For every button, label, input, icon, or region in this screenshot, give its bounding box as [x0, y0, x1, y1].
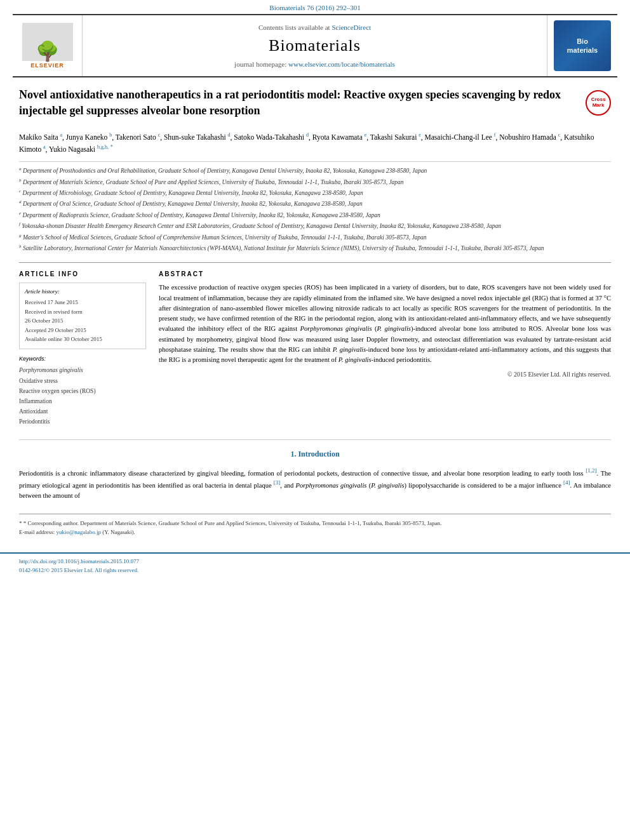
- crossmark-text: CrossMark: [591, 97, 606, 109]
- journal-reference: Biomaterials 76 (2016) 292–301: [269, 4, 360, 11]
- authors-text: Makiko Saita a, Junya Kaneko b, Takenori…: [19, 133, 594, 152]
- keyword-1: Porphyromonas gingivalis: [19, 365, 146, 375]
- keyword-4: Inflammation: [19, 396, 146, 406]
- ref-3: [3]: [274, 479, 281, 486]
- available-date: Available online 30 October 2015: [25, 335, 140, 343]
- email-link[interactable]: yukio@nagalabo.jp: [56, 529, 101, 535]
- keyword-6: Periodontitis: [19, 417, 146, 427]
- affiliation-h: h Satellite Laboratory, International Ce…: [19, 243, 611, 253]
- journal-reference-bar: Biomaterials 76 (2016) 292–301: [0, 0, 630, 14]
- footnote-text: * * Corresponding author. Department of …: [19, 519, 611, 537]
- affiliations-section: a Department of Prosthodontics and Oral …: [19, 161, 611, 253]
- abstract-text: The excessive production of reactive oxy…: [159, 283, 611, 365]
- article-history-box: Article history: Received 17 June 2015 R…: [19, 283, 146, 349]
- intro-paragraph-1: Periodontitis is a chronic inflammatory …: [19, 467, 611, 501]
- keyword-5: Antioxidant: [19, 406, 146, 417]
- article-title: Novel antioxidative nanotherapeutics in …: [19, 87, 576, 119]
- elsevier-brand-text: ELSEVIER: [30, 62, 64, 69]
- right-column: ABSTRACT The excessive production of rea…: [159, 270, 611, 427]
- affiliation-e: e Department of Radiopraxis Science, Gra…: [19, 210, 611, 220]
- footnote-section: * * Corresponding author. Department of …: [19, 514, 611, 537]
- bottom-bar-content: http://dx.doi.org/10.1016/j.biomaterials…: [19, 557, 611, 575]
- affiliation-b: b Department of Materials Science, Gradu…: [19, 177, 611, 187]
- revised-date: 26 October 2015: [25, 316, 140, 325]
- article-content: Novel antioxidative nanotherapeutics in …: [0, 77, 630, 546]
- science-direct-line: Contents lists available at ScienceDirec…: [258, 23, 371, 31]
- section-number: 1.: [290, 450, 296, 458]
- keyword-3: Reactive oxygen species (ROS): [19, 386, 146, 396]
- affiliation-d: d Department of Oral Science, Graduate S…: [19, 199, 611, 208]
- email-line: E-mail address: yukio@nagalabo.jp (Y. Na…: [19, 528, 611, 537]
- corresponding-author-text: * Corresponding author. Department of Ma…: [23, 520, 441, 526]
- introduction-text: Periodontitis is a chronic inflammatory …: [19, 467, 611, 501]
- tree-icon: 🌳: [36, 42, 59, 61]
- journal-homepage-line: journal homepage: www.elsevier.com/locat…: [234, 60, 395, 68]
- crossmark-icon: CrossMark: [586, 90, 611, 116]
- accepted-date: Accepted 29 October 2015: [25, 326, 140, 335]
- biomaterials-logo: Biomaterials: [554, 20, 611, 71]
- biomaterials-logo-box: Biomaterials: [547, 15, 617, 76]
- affiliation-a: a Department of Prosthodontics and Oral …: [19, 166, 611, 175]
- introduction-section: 1. Introduction Periodontitis is a chron…: [19, 439, 611, 501]
- email-label: E-mail address:: [19, 529, 55, 535]
- journal-title: Biomaterials: [269, 36, 361, 55]
- copyright-line: © 2015 Elsevier Ltd. All rights reserved…: [159, 371, 611, 378]
- authors-line: Makiko Saita a, Junya Kaneko b, Takenori…: [19, 131, 611, 155]
- section-title-colored: Introduction: [298, 450, 339, 458]
- affiliation-c: c Department of Microbiology, Graduate S…: [19, 188, 611, 197]
- email-name: (Y. Nagasaki).: [102, 529, 135, 535]
- elsevier-logo: 🌳 ELSEVIER: [13, 15, 83, 76]
- bottom-bar: http://dx.doi.org/10.1016/j.biomaterials…: [0, 552, 630, 578]
- received-date: Received 17 June 2015: [25, 298, 140, 307]
- crossmark-badge: CrossMark: [586, 90, 611, 116]
- keyword-2: Oxidative stress: [19, 376, 146, 386]
- homepage-url[interactable]: www.elsevier.com/locate/biomaterials: [288, 60, 395, 68]
- keywords-label: Keywords:: [19, 356, 146, 362]
- journal-header: 🌳 ELSEVIER Contents lists available at S…: [13, 14, 617, 77]
- ref-1-2: [1,2]: [586, 467, 596, 474]
- article-history-label: Article history:: [25, 288, 140, 295]
- biomaterials-logo-text: Biomaterials: [567, 37, 598, 55]
- introduction-heading: 1. Introduction: [19, 450, 611, 459]
- homepage-label: journal homepage:: [234, 60, 286, 68]
- revised-label: Received in revised form: [25, 307, 140, 316]
- affiliation-f: f Yokosuka-shonan Disaster Health Emerge…: [19, 221, 611, 230]
- keywords-section: Keywords: Porphyromonas gingivalis Oxida…: [19, 356, 146, 427]
- page-container: Biomaterials 76 (2016) 292–301 🌳 ELSEVIE…: [0, 0, 630, 578]
- article-title-section: Novel antioxidative nanotherapeutics in …: [19, 87, 611, 124]
- journal-center: Contents lists available at ScienceDirec…: [83, 15, 547, 76]
- left-column: ARTICLE INFO Article history: Received 1…: [19, 270, 146, 427]
- abstract-heading: ABSTRACT: [159, 270, 611, 277]
- science-direct-link[interactable]: ScienceDirect: [332, 23, 371, 31]
- issn-text: 0142-9612/© 2015 Elsevier Ltd. All right…: [19, 567, 138, 573]
- keywords-list: Porphyromonas gingivalis Oxidative stres…: [19, 365, 146, 427]
- two-column-section: ARTICLE INFO Article history: Received 1…: [19, 262, 611, 427]
- affiliation-g: g Master's School of Medical Sciences, G…: [19, 232, 611, 242]
- contents-available-text: Contents lists available at: [258, 23, 330, 31]
- corresponding-author-note: * * Corresponding author. Department of …: [19, 519, 611, 528]
- ref-4: [4]: [563, 479, 570, 486]
- article-info-heading: ARTICLE INFO: [19, 270, 146, 277]
- doi-link[interactable]: http://dx.doi.org/10.1016/j.biomaterials…: [19, 558, 139, 564]
- elsevier-tree-image: 🌳: [22, 23, 73, 61]
